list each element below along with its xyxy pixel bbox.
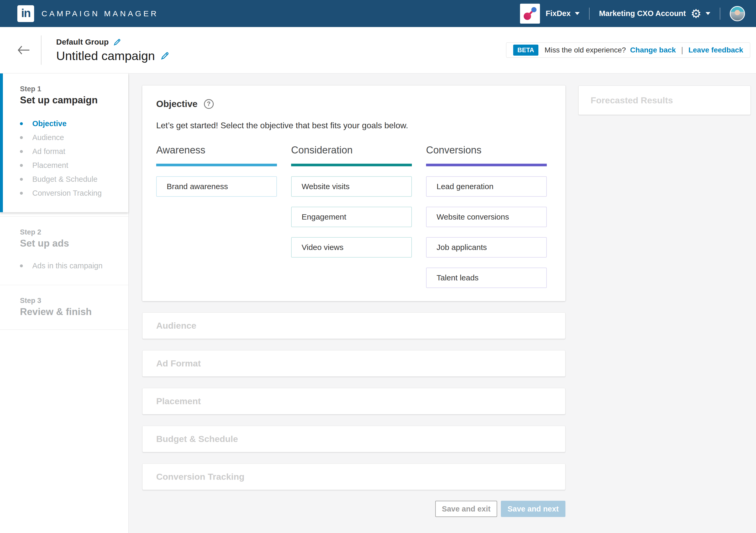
step-1-section: Step 1 Set up campaign Objective Audienc… xyxy=(0,73,128,213)
group-name: Default Group xyxy=(56,38,109,46)
conversions-column-header: Conversions xyxy=(426,144,547,156)
bullet-icon xyxy=(20,122,23,125)
awareness-column: Awareness Brand awareness xyxy=(156,144,277,288)
bullet-icon xyxy=(20,136,23,139)
account-caret-down-icon[interactable] xyxy=(706,12,710,15)
conversions-accent-bar xyxy=(426,164,547,166)
partner-name[interactable]: FixDex xyxy=(546,9,571,18)
main-panel: Objective ? Let’s get started! Select th… xyxy=(129,73,756,533)
objective-title: Objective xyxy=(156,99,198,109)
objective-option-website-conversions[interactable]: Website conversions xyxy=(426,207,547,227)
objective-option-engagement[interactable]: Engagement xyxy=(291,207,412,227)
placement-section-collapsed[interactable]: Placement xyxy=(142,388,565,415)
consideration-accent-bar xyxy=(291,164,412,166)
edit-group-pencil-icon[interactable] xyxy=(113,38,121,46)
sidebar-item-ad-format[interactable]: Ad format xyxy=(20,144,121,159)
bullet-icon xyxy=(20,164,23,167)
save-and-exit-button[interactable]: Save and exit xyxy=(435,501,497,517)
bullet-icon xyxy=(20,265,23,267)
sidebar-item-ads-in-campaign[interactable]: Ads in this campaign xyxy=(20,259,121,273)
objective-option-job-applicants[interactable]: Job applicants xyxy=(426,237,547,258)
sidebar-item-budget-schedule[interactable]: Budget & Schedule xyxy=(20,172,121,186)
beta-link-divider: | xyxy=(681,46,683,55)
partner-caret-down-icon[interactable] xyxy=(575,12,580,15)
step-3-section: Step 3 Review & finish xyxy=(0,285,128,330)
header-divider xyxy=(41,36,41,65)
objective-option-brand-awareness[interactable]: Brand awareness xyxy=(156,176,277,197)
step-3-label: Step 3 xyxy=(20,297,121,305)
beta-badge: BETA xyxy=(513,45,538,56)
step-2-title: Set up ads xyxy=(20,238,121,249)
step-2-section: Step 2 Set up ads Ads in this campaign xyxy=(0,216,128,285)
linkedin-logo-icon[interactable]: in xyxy=(17,5,34,22)
conversions-column: Conversions Lead generation Website conv… xyxy=(426,144,547,288)
awareness-column-header: Awareness xyxy=(156,144,277,156)
page-header: Default Group Untitled campaign BETA Mis… xyxy=(0,27,756,73)
steps-sidebar: Step 1 Set up campaign Objective Audienc… xyxy=(0,73,129,533)
account-settings-gear-icon[interactable]: ⚙ xyxy=(690,8,701,20)
objective-intro-text: Let’s get started! Select the objective … xyxy=(156,121,551,130)
step-3-title: Review & finish xyxy=(20,306,121,317)
consideration-column: Consideration Website visits Engagement … xyxy=(291,144,412,288)
sidebar-item-conversion-tracking[interactable]: Conversion Tracking xyxy=(20,186,121,200)
objective-option-talent-leads[interactable]: Talent leads xyxy=(426,267,547,288)
footer-actions: Save and exit Save and next xyxy=(142,501,565,517)
consideration-column-header: Consideration xyxy=(291,144,412,156)
beta-banner: BETA Miss the old experience? Change bac… xyxy=(506,42,750,58)
sidebar-item-objective[interactable]: Objective xyxy=(20,117,121,131)
ad-format-section-collapsed[interactable]: Ad Format xyxy=(142,350,565,377)
sidebar-item-placement[interactable]: Placement xyxy=(20,159,121,172)
objective-option-website-visits[interactable]: Website visits xyxy=(291,176,412,197)
navbar-right: FixDex Marketing CXO Account ⚙ xyxy=(520,4,745,24)
change-back-link[interactable]: Change back xyxy=(630,46,676,54)
sidebar-item-audience[interactable]: Audience xyxy=(20,131,121,144)
step-2-label: Step 2 xyxy=(20,228,121,236)
budget-schedule-section-collapsed[interactable]: Budget & Schedule xyxy=(142,426,565,452)
step-1-title: Set up campaign xyxy=(20,95,121,106)
edit-campaign-pencil-icon[interactable] xyxy=(161,51,170,60)
user-avatar[interactable] xyxy=(730,6,745,21)
awareness-accent-bar xyxy=(156,164,277,166)
navbar-divider xyxy=(589,8,590,20)
help-icon[interactable]: ? xyxy=(204,99,214,109)
bullet-icon xyxy=(20,178,23,181)
step-1-label: Step 1 xyxy=(20,85,121,93)
navbar-divider xyxy=(720,8,720,20)
fixdex-molecule-icon xyxy=(522,6,538,21)
account-name[interactable]: Marketing CXO Account xyxy=(599,9,686,18)
save-and-next-button[interactable]: Save and next xyxy=(501,501,565,517)
top-navbar: in CAMPAIGN MANAGER FixDex Marketing CXO… xyxy=(0,0,756,27)
campaign-name: Untitled campaign xyxy=(56,48,155,63)
bullet-icon xyxy=(20,192,23,195)
objective-card: Objective ? Let’s get started! Select th… xyxy=(142,86,565,301)
title-block: Default Group Untitled campaign xyxy=(56,38,170,63)
back-arrow-icon xyxy=(17,45,30,55)
back-button[interactable] xyxy=(17,45,30,55)
bullet-icon xyxy=(20,150,23,153)
conversion-tracking-section-collapsed[interactable]: Conversion Tracking xyxy=(142,464,565,490)
forecasted-results-title: Forecasted Results xyxy=(591,95,673,105)
audience-section-collapsed[interactable]: Audience xyxy=(142,313,565,339)
leave-feedback-link[interactable]: Leave feedback xyxy=(688,46,743,54)
objective-option-video-views[interactable]: Video views xyxy=(291,237,412,258)
content-area: Step 1 Set up campaign Objective Audienc… xyxy=(0,73,756,533)
objective-option-lead-generation[interactable]: Lead generation xyxy=(426,176,547,197)
app-title: CAMPAIGN MANAGER xyxy=(41,9,159,18)
partner-logo-icon[interactable] xyxy=(520,4,540,24)
beta-message: Miss the old experience? xyxy=(545,46,626,54)
forecasted-results-card: Forecasted Results xyxy=(578,86,751,115)
